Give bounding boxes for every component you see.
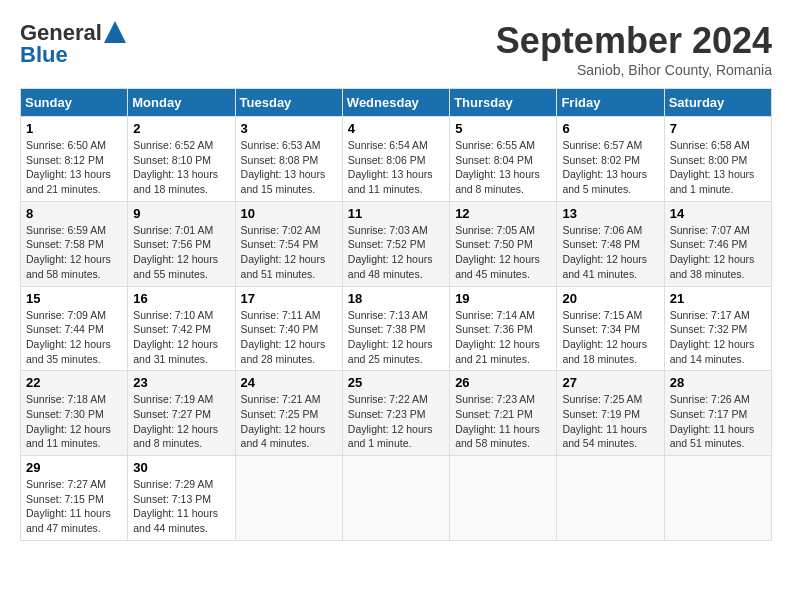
day-info: Sunrise: 7:06 AM Sunset: 7:48 PM Dayligh… [562, 223, 658, 282]
day-cell [342, 456, 449, 541]
weekday-sunday: Sunday [21, 89, 128, 117]
day-number: 25 [348, 375, 444, 390]
title-area: September 2024 Saniob, Bihor County, Rom… [496, 20, 772, 78]
day-cell: 25Sunrise: 7:22 AM Sunset: 7:23 PM Dayli… [342, 371, 449, 456]
day-info: Sunrise: 6:59 AM Sunset: 7:58 PM Dayligh… [26, 223, 122, 282]
weekday-thursday: Thursday [450, 89, 557, 117]
day-info: Sunrise: 7:27 AM Sunset: 7:15 PM Dayligh… [26, 477, 122, 536]
day-number: 13 [562, 206, 658, 221]
day-info: Sunrise: 7:29 AM Sunset: 7:13 PM Dayligh… [133, 477, 229, 536]
day-number: 2 [133, 121, 229, 136]
weekday-friday: Friday [557, 89, 664, 117]
day-number: 30 [133, 460, 229, 475]
day-info: Sunrise: 7:10 AM Sunset: 7:42 PM Dayligh… [133, 308, 229, 367]
day-cell: 28Sunrise: 7:26 AM Sunset: 7:17 PM Dayli… [664, 371, 771, 456]
header: General Blue September 2024 Saniob, Biho… [20, 20, 772, 78]
day-cell: 29Sunrise: 7:27 AM Sunset: 7:15 PM Dayli… [21, 456, 128, 541]
day-info: Sunrise: 7:25 AM Sunset: 7:19 PM Dayligh… [562, 392, 658, 451]
day-info: Sunrise: 7:05 AM Sunset: 7:50 PM Dayligh… [455, 223, 551, 282]
day-info: Sunrise: 6:55 AM Sunset: 8:04 PM Dayligh… [455, 138, 551, 197]
day-cell: 1Sunrise: 6:50 AM Sunset: 8:12 PM Daylig… [21, 117, 128, 202]
day-info: Sunrise: 7:02 AM Sunset: 7:54 PM Dayligh… [241, 223, 337, 282]
day-cell: 8Sunrise: 6:59 AM Sunset: 7:58 PM Daylig… [21, 201, 128, 286]
day-number: 20 [562, 291, 658, 306]
day-cell [235, 456, 342, 541]
day-cell: 19Sunrise: 7:14 AM Sunset: 7:36 PM Dayli… [450, 286, 557, 371]
day-cell: 13Sunrise: 7:06 AM Sunset: 7:48 PM Dayli… [557, 201, 664, 286]
day-info: Sunrise: 6:52 AM Sunset: 8:10 PM Dayligh… [133, 138, 229, 197]
day-cell: 11Sunrise: 7:03 AM Sunset: 7:52 PM Dayli… [342, 201, 449, 286]
day-number: 3 [241, 121, 337, 136]
day-info: Sunrise: 7:09 AM Sunset: 7:44 PM Dayligh… [26, 308, 122, 367]
day-cell: 4Sunrise: 6:54 AM Sunset: 8:06 PM Daylig… [342, 117, 449, 202]
day-number: 5 [455, 121, 551, 136]
logo-blue: Blue [20, 42, 126, 68]
day-info: Sunrise: 6:54 AM Sunset: 8:06 PM Dayligh… [348, 138, 444, 197]
day-cell: 20Sunrise: 7:15 AM Sunset: 7:34 PM Dayli… [557, 286, 664, 371]
day-number: 28 [670, 375, 766, 390]
week-row-5: 29Sunrise: 7:27 AM Sunset: 7:15 PM Dayli… [21, 456, 772, 541]
day-cell: 5Sunrise: 6:55 AM Sunset: 8:04 PM Daylig… [450, 117, 557, 202]
day-number: 15 [26, 291, 122, 306]
day-info: Sunrise: 7:19 AM Sunset: 7:27 PM Dayligh… [133, 392, 229, 451]
day-cell: 6Sunrise: 6:57 AM Sunset: 8:02 PM Daylig… [557, 117, 664, 202]
day-info: Sunrise: 7:03 AM Sunset: 7:52 PM Dayligh… [348, 223, 444, 282]
day-cell: 9Sunrise: 7:01 AM Sunset: 7:56 PM Daylig… [128, 201, 235, 286]
day-cell [664, 456, 771, 541]
day-number: 29 [26, 460, 122, 475]
day-info: Sunrise: 7:26 AM Sunset: 7:17 PM Dayligh… [670, 392, 766, 451]
day-cell: 16Sunrise: 7:10 AM Sunset: 7:42 PM Dayli… [128, 286, 235, 371]
day-number: 18 [348, 291, 444, 306]
day-number: 22 [26, 375, 122, 390]
day-cell [557, 456, 664, 541]
day-info: Sunrise: 7:15 AM Sunset: 7:34 PM Dayligh… [562, 308, 658, 367]
week-row-2: 8Sunrise: 6:59 AM Sunset: 7:58 PM Daylig… [21, 201, 772, 286]
weekday-saturday: Saturday [664, 89, 771, 117]
day-cell: 27Sunrise: 7:25 AM Sunset: 7:19 PM Dayli… [557, 371, 664, 456]
day-number: 16 [133, 291, 229, 306]
day-cell: 14Sunrise: 7:07 AM Sunset: 7:46 PM Dayli… [664, 201, 771, 286]
day-number: 27 [562, 375, 658, 390]
day-cell: 22Sunrise: 7:18 AM Sunset: 7:30 PM Dayli… [21, 371, 128, 456]
week-row-1: 1Sunrise: 6:50 AM Sunset: 8:12 PM Daylig… [21, 117, 772, 202]
weekday-monday: Monday [128, 89, 235, 117]
day-cell: 26Sunrise: 7:23 AM Sunset: 7:21 PM Dayli… [450, 371, 557, 456]
calendar: SundayMondayTuesdayWednesdayThursdayFrid… [20, 88, 772, 541]
day-number: 9 [133, 206, 229, 221]
day-info: Sunrise: 7:22 AM Sunset: 7:23 PM Dayligh… [348, 392, 444, 451]
day-info: Sunrise: 7:14 AM Sunset: 7:36 PM Dayligh… [455, 308, 551, 367]
day-cell: 18Sunrise: 7:13 AM Sunset: 7:38 PM Dayli… [342, 286, 449, 371]
day-info: Sunrise: 7:21 AM Sunset: 7:25 PM Dayligh… [241, 392, 337, 451]
location-title: Saniob, Bihor County, Romania [496, 62, 772, 78]
day-info: Sunrise: 6:58 AM Sunset: 8:00 PM Dayligh… [670, 138, 766, 197]
week-row-4: 22Sunrise: 7:18 AM Sunset: 7:30 PM Dayli… [21, 371, 772, 456]
day-info: Sunrise: 6:53 AM Sunset: 8:08 PM Dayligh… [241, 138, 337, 197]
day-cell: 12Sunrise: 7:05 AM Sunset: 7:50 PM Dayli… [450, 201, 557, 286]
day-cell [450, 456, 557, 541]
day-cell: 24Sunrise: 7:21 AM Sunset: 7:25 PM Dayli… [235, 371, 342, 456]
day-cell: 15Sunrise: 7:09 AM Sunset: 7:44 PM Dayli… [21, 286, 128, 371]
day-number: 4 [348, 121, 444, 136]
week-row-3: 15Sunrise: 7:09 AM Sunset: 7:44 PM Dayli… [21, 286, 772, 371]
day-cell: 17Sunrise: 7:11 AM Sunset: 7:40 PM Dayli… [235, 286, 342, 371]
day-number: 11 [348, 206, 444, 221]
calendar-body: 1Sunrise: 6:50 AM Sunset: 8:12 PM Daylig… [21, 117, 772, 541]
day-info: Sunrise: 7:07 AM Sunset: 7:46 PM Dayligh… [670, 223, 766, 282]
day-number: 21 [670, 291, 766, 306]
svg-marker-0 [104, 21, 126, 43]
day-number: 1 [26, 121, 122, 136]
day-number: 19 [455, 291, 551, 306]
day-number: 23 [133, 375, 229, 390]
day-cell: 7Sunrise: 6:58 AM Sunset: 8:00 PM Daylig… [664, 117, 771, 202]
day-cell: 10Sunrise: 7:02 AM Sunset: 7:54 PM Dayli… [235, 201, 342, 286]
day-number: 7 [670, 121, 766, 136]
day-info: Sunrise: 7:01 AM Sunset: 7:56 PM Dayligh… [133, 223, 229, 282]
day-number: 24 [241, 375, 337, 390]
day-number: 8 [26, 206, 122, 221]
day-cell: 30Sunrise: 7:29 AM Sunset: 7:13 PM Dayli… [128, 456, 235, 541]
day-info: Sunrise: 7:11 AM Sunset: 7:40 PM Dayligh… [241, 308, 337, 367]
weekday-header-row: SundayMondayTuesdayWednesdayThursdayFrid… [21, 89, 772, 117]
day-cell: 21Sunrise: 7:17 AM Sunset: 7:32 PM Dayli… [664, 286, 771, 371]
day-info: Sunrise: 7:23 AM Sunset: 7:21 PM Dayligh… [455, 392, 551, 451]
day-cell: 3Sunrise: 6:53 AM Sunset: 8:08 PM Daylig… [235, 117, 342, 202]
